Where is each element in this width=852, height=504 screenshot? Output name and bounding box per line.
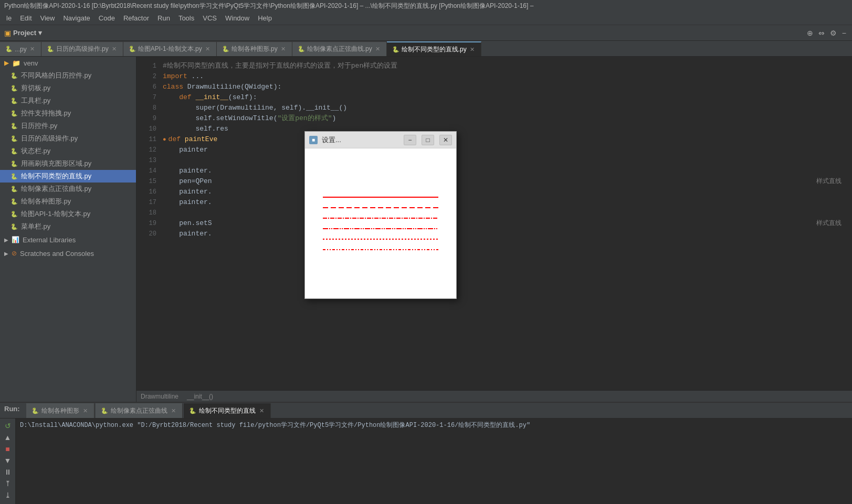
locate-icon[interactable]: ⊕	[805, 28, 815, 38]
code-line-1: 1 #绘制不同类型的直线，主要是指对于直线的样式的设置，对于pen样式的设置	[136, 61, 852, 71]
file-label-7: 状态栏.py	[21, 146, 50, 156]
run-tab-icon-shapes: 🐍	[31, 408, 39, 414]
tab-label-cal: 日历的高级操作.py	[56, 45, 109, 53]
file-label-10: 绘制像素点正弦曲线.py	[21, 184, 91, 194]
run-rerun-button[interactable]: ↺	[2, 422, 14, 430]
line-sample-dashdot2	[323, 228, 438, 229]
tree-file-sine[interactable]: 🐍 绘制像素点正弦曲线.py	[0, 183, 136, 195]
dialog-maximize-button[interactable]: □	[422, 135, 434, 145]
py-icon-4: 🐍	[10, 110, 18, 117]
ext-libs-icon: 📊	[12, 236, 19, 243]
menu-help[interactable]: Help	[254, 13, 276, 24]
run-tab-lines[interactable]: 🐍 绘制不同类型的直线 ✕	[184, 403, 271, 418]
run-tab-label-lines: 绘制不同类型的直线	[199, 406, 256, 415]
title-text: Python绘制图像API-2020-1-16 [D:\Byrbt2018\Re…	[4, 2, 533, 10]
tree-file-drawing-api[interactable]: 🐍 绘图API-1-绘制文本.py	[0, 208, 136, 220]
tab-file-open-py[interactable]: 🐍 ...py ✕	[0, 41, 41, 56]
tab-label-sine: 绘制像素点正弦曲线.py	[307, 45, 372, 53]
tab-shapes[interactable]: 🐍 绘制各种图形.py ✕	[217, 41, 292, 56]
run-tab-shapes[interactable]: 🐍 绘制各种图形 ✕	[26, 403, 94, 418]
inline-label-19: 样式直线	[816, 218, 842, 229]
code-line-12: 12 painter	[136, 145, 852, 155]
sidebar-external-libs[interactable]: ▶ 📊 External Libraries	[0, 233, 136, 246]
menu-tools[interactable]: Tools	[174, 13, 198, 24]
menu-le[interactable]: le	[2, 13, 16, 24]
run-scroll-up[interactable]: ▲	[2, 433, 14, 442]
line-sample-dashed	[323, 207, 438, 208]
dialog-minimize-button[interactable]: −	[404, 135, 416, 145]
line-sample-custom	[323, 249, 438, 250]
run-pause-button[interactable]: ⏸	[2, 468, 14, 476]
run-scroll-top[interactable]: ⤒	[2, 479, 14, 488]
run-scroll-down[interactable]: ▼	[2, 456, 14, 465]
file-label-8: 用画刷填充图形区域.py	[21, 159, 91, 168]
run-tab-close-sine[interactable]: ✕	[170, 408, 177, 414]
tab-drawing-api[interactable]: 🐍 绘图API-1-绘制文本.py ✕	[123, 41, 217, 56]
tree-file-calendar[interactable]: 🐍 日历控件.py	[0, 120, 136, 132]
menu-edit[interactable]: Edit	[16, 13, 36, 24]
menu-code[interactable]: Code	[94, 13, 119, 24]
run-tab-close-lines[interactable]: ✕	[258, 408, 265, 414]
settings-dialog[interactable]: ■ 设置... − □ ✕	[304, 131, 457, 299]
tree-file-toolbar[interactable]: 🐍 工具栏.py	[0, 94, 136, 107]
tab-close-draw[interactable]: ✕	[204, 46, 211, 52]
tab-close-lines[interactable]: ✕	[469, 46, 476, 53]
editor-area[interactable]: 1 #绘制不同类型的直线，主要是指对于直线的样式的设置，对于pen样式的设置 2…	[136, 57, 852, 402]
file-label-11: 绘制各种图形.py	[21, 197, 71, 206]
tree-file-calendar-style[interactable]: 🐍 不同风格的日历控件.py	[0, 69, 136, 82]
settings-icon[interactable]: ⚙	[828, 28, 838, 38]
minimize-icon[interactable]: −	[840, 28, 848, 38]
tree-file-statusbar[interactable]: 🐍 状态栏.py	[0, 145, 136, 157]
sidebar: ▶ 📁 venv 🐍 不同风格的日历控件.py 🐍 剪切板.py 🐍 工具栏.p…	[0, 57, 136, 402]
collapse-icon[interactable]: ⇔	[817, 28, 826, 38]
code-line-9: 9 self.setWindowTitle("设置pen的样式")	[136, 113, 852, 124]
file-label-12: 绘图API-1-绘制文本.py	[21, 209, 90, 219]
sidebar-scratches[interactable]: ▶ ⊘ Scratches and Consoles	[0, 246, 136, 260]
py-icon-11: 🐍	[10, 198, 18, 205]
tab-close-cal[interactable]: ✕	[111, 46, 118, 52]
dialog-close-button[interactable]: ✕	[439, 135, 452, 145]
menu-refactor[interactable]: Refactor	[119, 13, 153, 24]
tab-lines-active[interactable]: 🐍 绘制不同类型的直线.py ✕	[387, 41, 481, 56]
code-line-11: 11 ●def paintEve	[136, 134, 852, 145]
menu-window[interactable]: Window	[221, 13, 254, 24]
tree-file-lines-selected[interactable]: 🐍 绘制不同类型的直线.py	[0, 170, 136, 183]
run-scroll-bottom[interactable]: ⤓	[2, 491, 14, 499]
file-label-3: 工具栏.py	[21, 96, 50, 105]
code-line-10: 10 self.res	[136, 124, 852, 134]
tree-file-shapes[interactable]: 🐍 绘制各种图形.py	[0, 195, 136, 208]
run-tab-icon-sine: 🐍	[101, 408, 108, 414]
run-tab-label-sine: 绘制像素点正弦曲线	[111, 406, 167, 415]
tab-calendar-adv[interactable]: 🐍 日历的高级操作.py ✕	[41, 41, 123, 56]
run-tab-sine[interactable]: 🐍 绘制像素点正弦曲线 ✕	[96, 403, 183, 418]
file-label-4: 控件支持拖拽.py	[21, 109, 71, 118]
tab-close-shapes[interactable]: ✕	[280, 46, 287, 52]
menu-vcs[interactable]: VCS	[198, 13, 221, 24]
tree-file-drag[interactable]: 🐍 控件支持拖拽.py	[0, 107, 136, 120]
tab-close-open[interactable]: ✕	[29, 46, 36, 52]
code-line-16: 16 painter.	[136, 187, 852, 197]
tree-file-menubar[interactable]: 🐍 菜单栏.py	[0, 220, 136, 233]
menu-run[interactable]: Run	[153, 13, 174, 24]
run-stop-button[interactable]: ■	[2, 445, 14, 453]
py-icon-9: 🐍	[10, 173, 18, 180]
menu-view[interactable]: View	[36, 13, 59, 24]
run-output-area: D:\Install\ANACONDA\python.exe "D:/Byrbt…	[16, 419, 852, 504]
tree-venv[interactable]: ▶ 📁 venv	[0, 57, 136, 69]
tree-file-brush[interactable]: 🐍 用画刷填充图形区域.py	[0, 157, 136, 170]
py-icon-3: 🐍	[10, 98, 18, 104]
py-icon-1: 🐍	[10, 72, 18, 79]
tab-icon-lines: 🐍	[392, 46, 399, 53]
project-folder-icon: ▣	[4, 29, 11, 37]
run-tab-icon-lines: 🐍	[189, 408, 196, 414]
menu-navigate[interactable]: Navigate	[59, 13, 94, 24]
tree-file-calendar-adv[interactable]: 🐍 日历的高级操作.py	[0, 132, 136, 145]
tab-close-sine[interactable]: ✕	[374, 46, 381, 52]
project-label[interactable]: Project ▾	[13, 29, 42, 37]
code-line-7: 7 def __init__(self):	[136, 92, 852, 103]
tab-sine[interactable]: 🐍 绘制像素点正弦曲线.py ✕	[292, 41, 387, 56]
scratches-arrow: ▶	[4, 251, 8, 256]
run-tab-close-shapes[interactable]: ✕	[82, 408, 89, 414]
tree-file-clipboard[interactable]: 🐍 剪切板.py	[0, 82, 136, 94]
tab-icon-shapes: 🐍	[222, 46, 229, 52]
